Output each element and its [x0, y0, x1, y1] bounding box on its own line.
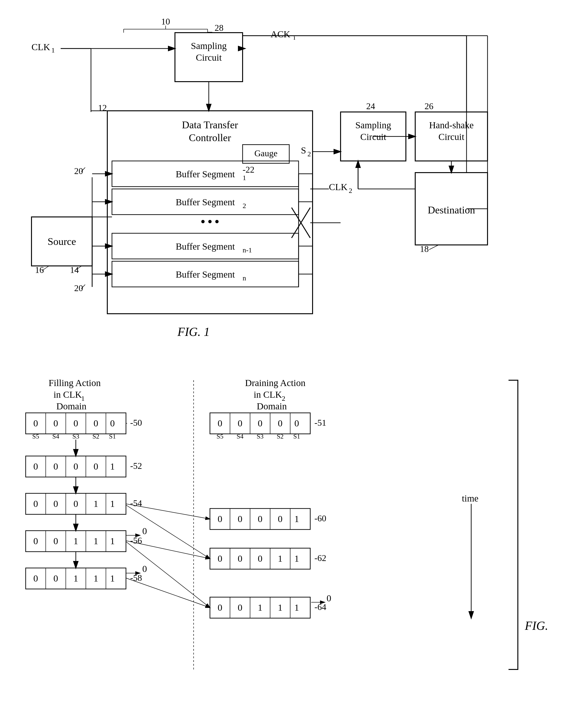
- ref-52: -52: [130, 461, 142, 471]
- ref-50: -50: [130, 418, 142, 428]
- s54-b4: 0: [53, 498, 58, 509]
- s58-b2: 1: [94, 573, 98, 584]
- big-bracket: [509, 380, 518, 669]
- s50-sub5: S5: [32, 433, 39, 440]
- s51-b2: 0: [278, 418, 282, 428]
- drain-title3: Domain: [257, 401, 287, 411]
- s2-sub: 2: [307, 150, 311, 158]
- fig2-label: FIG. 2: [525, 619, 549, 632]
- s50-b2: 0: [94, 418, 98, 428]
- buffer-seg1-sub: 1: [243, 174, 246, 181]
- sampling-circuit-top-label2: Circuit: [196, 52, 222, 63]
- ref-24: 24: [366, 101, 375, 111]
- clk1-label: CLK: [31, 42, 50, 52]
- dtc-label2: Controller: [189, 132, 231, 143]
- page: 10 28 Sampling Circuit CLK 1 ACK i: [0, 0, 568, 728]
- ack-label: ACK: [271, 29, 290, 39]
- s56-b3: 1: [73, 536, 78, 546]
- ref18-arrow: [429, 245, 439, 250]
- s51-b1: 0: [294, 418, 299, 428]
- s52-b3: 0: [73, 461, 78, 472]
- buffer-segn1-label: Buffer Segment: [176, 241, 235, 252]
- s54-b2: 1: [94, 498, 98, 509]
- s60-b2: 0: [278, 514, 282, 524]
- destination-label: Destination: [428, 204, 475, 216]
- s58-b4: 0: [53, 573, 58, 584]
- s51-sub5: S5: [216, 433, 223, 440]
- ref-51: -51: [314, 418, 326, 428]
- ref-62: -62: [314, 553, 326, 563]
- dots3: •: [214, 214, 219, 229]
- s50-b5: 0: [33, 418, 38, 428]
- sc-right-label1: Sampling: [355, 120, 391, 130]
- clk2-label: CLK: [329, 182, 348, 192]
- fill-title3: Domain: [56, 401, 87, 411]
- s51-sub2: S2: [277, 433, 284, 440]
- clk2-sub: 2: [349, 187, 352, 194]
- s51-b4: 0: [238, 418, 242, 428]
- s56-b4: 0: [53, 536, 58, 546]
- dots2: •: [207, 214, 212, 229]
- ref-60: -60: [314, 513, 326, 523]
- s62-b4: 0: [238, 553, 242, 564]
- s60-b4: 0: [238, 514, 242, 524]
- s62-b2: 1: [278, 553, 282, 564]
- fig1-diagram: 10 28 Sampling Circuit CLK 1 ACK i: [19, 14, 549, 364]
- s64-b3: 1: [258, 602, 262, 613]
- dtc-label1: Data Transfer: [182, 119, 238, 131]
- s51-sub3: S3: [257, 433, 264, 440]
- buffer-seg1-label: Buffer Segment: [176, 169, 235, 179]
- dots: •: [200, 214, 205, 229]
- ref-28: 28: [215, 23, 223, 33]
- s51-b3: 0: [258, 418, 262, 428]
- ref-10: 10: [161, 17, 170, 26]
- time-label: time: [462, 493, 478, 504]
- s62-b3: 0: [258, 553, 262, 564]
- s64-b2: 1: [278, 602, 282, 613]
- source-label: Source: [48, 236, 76, 247]
- s64-zero: 0: [327, 593, 331, 603]
- fill-title2: in CLK: [53, 389, 82, 400]
- s60-b3: 0: [258, 514, 262, 524]
- fill-title1: Filling Action: [49, 378, 101, 388]
- cross-58-64: [126, 578, 210, 608]
- ref-16: 16: [35, 265, 44, 275]
- s56-b1: 1: [110, 536, 115, 546]
- s52-b5: 0: [33, 461, 38, 472]
- s62-b1: 1: [294, 553, 299, 564]
- ref-18: 18: [420, 244, 429, 254]
- handshake-label2: Circuit: [438, 132, 464, 142]
- s52-b1: 1: [110, 461, 115, 472]
- s54-b3: 0: [73, 498, 78, 509]
- s51-sub1: S1: [293, 433, 300, 440]
- s64-b5: 0: [218, 602, 222, 613]
- s50-sub4: S4: [52, 433, 59, 440]
- s56-zero: 0: [142, 526, 147, 536]
- s58-b1: 1: [110, 573, 115, 584]
- s51-b5: 0: [218, 418, 222, 428]
- s50-b3: 0: [73, 418, 78, 428]
- s54-b5: 0: [33, 498, 38, 509]
- s58-b3: 1: [73, 573, 78, 584]
- s2-label: S: [301, 145, 306, 156]
- s64-b1: 1: [294, 602, 299, 613]
- drain-title2: in CLK: [254, 389, 282, 400]
- s50-b1: 0: [110, 418, 115, 428]
- ref-64: -64: [314, 602, 326, 612]
- handshake-label1: Hand-shake: [429, 120, 474, 130]
- buffer-segn-label: Buffer Segment: [176, 269, 235, 280]
- s64-b4: 0: [238, 602, 242, 613]
- ref-12: 12: [98, 103, 107, 113]
- s62-b5: 0: [218, 553, 222, 564]
- cross-56-62: [126, 541, 210, 559]
- s54-b1: 1: [110, 498, 115, 509]
- sampling-circuit-top-label: Sampling: [191, 41, 227, 51]
- ack-sub: i: [293, 33, 295, 41]
- s50-sub1: S1: [109, 433, 116, 440]
- buffer-segn-sub: n: [243, 274, 246, 282]
- buffer-segn1-sub: n-1: [243, 246, 252, 254]
- s51-sub4: S4: [237, 433, 244, 440]
- s52-b4: 0: [53, 461, 58, 472]
- buffer-seg2-label: Buffer Segment: [176, 197, 235, 207]
- s56-b2: 1: [94, 536, 98, 546]
